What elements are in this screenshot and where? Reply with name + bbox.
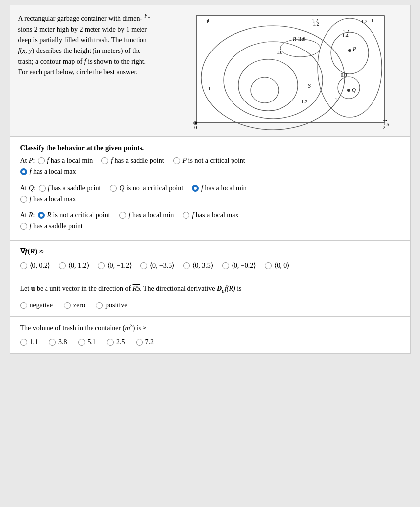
d-label-negative: negative: [30, 302, 53, 309]
svg-text:0.8: 0.8: [341, 72, 347, 78]
v-radio-72[interactable]: [136, 339, 143, 346]
svg-text:1: 1: [371, 18, 373, 23]
svg-text:1: 1: [208, 86, 211, 91]
v-radio-11[interactable]: [20, 339, 27, 346]
d-radio-positive[interactable]: [96, 302, 103, 309]
q-option-local-max[interactable]: f has a local max: [20, 195, 76, 203]
p-radio-not-critical[interactable]: [173, 157, 180, 164]
r-option-local-min[interactable]: f has a local min: [119, 211, 174, 219]
svg-rect-0: [196, 16, 384, 122]
g-radio-0-02[interactable]: [20, 262, 27, 269]
g-option-0-12[interactable]: ⟨0, 1.2⟩: [59, 261, 89, 270]
divider-qr: [20, 207, 400, 207]
g-radio-0-12[interactable]: [59, 262, 66, 269]
g-radio-0-neg02[interactable]: [222, 262, 229, 269]
g-radio-0-neg35[interactable]: [140, 262, 147, 269]
classify-section: Classify the behavior at the given point…: [10, 136, 410, 240]
u-bold: u: [31, 285, 35, 292]
v-label-51: 5.1: [88, 338, 96, 346]
r-radio-local-min[interactable]: [119, 212, 126, 219]
point-p-group: At P: f has a local min f has a saddle p…: [20, 157, 400, 176]
d-radio-negative[interactable]: [20, 302, 27, 309]
svg-point-27: [348, 49, 351, 52]
d-label-positive: positive: [105, 302, 127, 309]
volume-options-row: 1.1 3.8 5.1 2.5 7.2: [20, 338, 400, 346]
v-option-72[interactable]: 7.2: [136, 338, 154, 346]
g-radio-0-0[interactable]: [265, 262, 272, 269]
svg-point-33: [347, 89, 350, 92]
d-label-zero: zero: [73, 302, 85, 309]
q-option-saddle[interactable]: f has a saddle point: [39, 184, 101, 192]
g-option-0-0[interactable]: ⟨0, 0⟩: [265, 261, 289, 270]
p-radio-local-min[interactable]: [38, 157, 45, 164]
q-radio-local-min[interactable]: [192, 185, 199, 192]
g-option-0-35[interactable]: ⟨0, 3.5⟩: [183, 261, 213, 270]
d-option-zero[interactable]: zero: [64, 302, 85, 309]
g-label-0-0: ⟨0, 0⟩: [274, 261, 289, 270]
r-option-local-max[interactable]: f has a local max: [183, 211, 238, 219]
g-radio-0-neg12[interactable]: [98, 262, 105, 269]
q-label-local-min: f has a local min: [201, 184, 247, 192]
at-r-label: At R:: [20, 211, 35, 219]
q-radio-saddle[interactable]: [39, 185, 46, 192]
directional-title: Let u be a unit vector in the direction …: [20, 283, 400, 296]
svg-text:1: 1: [335, 97, 337, 102]
r-label-local-min: f has a local min: [129, 211, 174, 219]
at-p-label: At P:: [20, 157, 35, 165]
top-section: A rectangular garbage container with dim…: [10, 5, 410, 136]
q-radio-local-max[interactable]: [20, 196, 27, 203]
p-option-local-min[interactable]: f has a local min: [38, 157, 93, 165]
r-option-saddle[interactable]: f has a saddle point: [20, 222, 83, 230]
page-container: A rectangular garbage container with dim…: [10, 5, 411, 354]
directional-section: Let u be a unit vector in the direction …: [10, 277, 410, 316]
p-label-local-min: f has a local min: [47, 157, 93, 165]
v-option-51[interactable]: 5.1: [78, 338, 96, 346]
svg-text:R: R: [292, 36, 296, 42]
d-option-negative[interactable]: negative: [20, 302, 53, 309]
q-radio-not-critical[interactable]: [110, 185, 117, 192]
v-label-25: 2.5: [116, 338, 125, 346]
point-p-row1: At P: f has a local min f has a saddle p…: [20, 157, 400, 165]
r-option-not-critical[interactable]: R is not a critical point: [38, 211, 110, 219]
p-option-local-max[interactable]: f has a local max: [20, 168, 76, 176]
g-label-0-neg35: ⟨0, −3.5⟩: [150, 261, 174, 270]
graph-container: x → 0 2 0 1 1 1.6: [182, 13, 402, 132]
r-radio-saddle[interactable]: [20, 223, 27, 230]
point-r-row1: At R: R is not a critical point f has a …: [20, 211, 400, 219]
v-radio-25[interactable]: [107, 339, 114, 346]
q-label-saddle: f has a saddle point: [48, 184, 101, 192]
d-radio-zero[interactable]: [64, 302, 71, 309]
q-option-not-critical[interactable]: Q is not a critical point: [110, 184, 183, 192]
v-option-11[interactable]: 1.1: [20, 338, 39, 346]
q-option-local-min[interactable]: f has a local min: [192, 184, 247, 192]
p-option-not-critical[interactable]: P is not a critical point: [173, 157, 245, 165]
d-option-positive[interactable]: positive: [96, 302, 127, 309]
svg-text:P: P: [352, 46, 356, 51]
volume-title: The volume of trash in the container (m3…: [20, 323, 400, 332]
g-option-0-neg12[interactable]: ⟨0, −1.2⟩: [98, 261, 132, 270]
point-r-group: At R: R is not a critical point f has a …: [20, 211, 400, 230]
g-label-0-02: ⟨0, 0.2⟩: [30, 261, 50, 270]
v-radio-38[interactable]: [49, 339, 56, 346]
v-option-25[interactable]: 2.5: [107, 338, 125, 346]
volume-section: The volume of trash in the container (m3…: [10, 316, 410, 353]
svg-text:S: S: [308, 82, 311, 89]
p-radio-local-max[interactable]: [20, 168, 27, 175]
q-label-local-max: f has a local max: [30, 195, 76, 203]
r-radio-local-max[interactable]: [183, 212, 189, 219]
p-radio-saddle[interactable]: [101, 157, 108, 164]
v-option-38[interactable]: 3.8: [49, 338, 67, 346]
g-option-0-neg02[interactable]: ⟨0, −0.2⟩: [222, 261, 256, 270]
q-label-not-critical: Q is not a critical point: [119, 184, 183, 192]
v-radio-51[interactable]: [78, 339, 85, 346]
g-option-0-neg35[interactable]: ⟨0, −3.5⟩: [140, 261, 174, 270]
point-r-row2: f has a saddle point: [20, 222, 400, 230]
problem-text: A rectangular garbage container with dim…: [18, 13, 177, 132]
g-radio-0-35[interactable]: [183, 262, 190, 269]
g-option-0-02[interactable]: ⟨0, 0.2⟩: [20, 261, 50, 270]
r-radio-not-critical[interactable]: [38, 212, 45, 219]
gradient-options-row: ⟨0, 0.2⟩ ⟨0, 1.2⟩ ⟨0, −1.2⟩ ⟨0, −3.5⟩ ⟨0…: [20, 261, 400, 270]
p-label-local-max: f has a local max: [30, 168, 76, 176]
svg-text:1.2: 1.2: [312, 18, 318, 23]
p-option-saddle[interactable]: f has a saddle point: [101, 157, 164, 165]
